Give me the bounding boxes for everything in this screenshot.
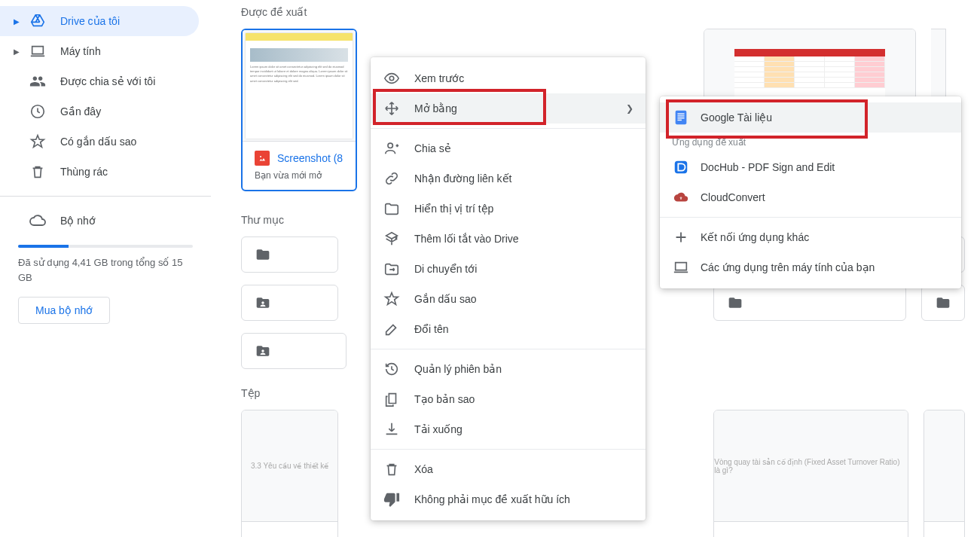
submenu-connect-more[interactable]: Kết nối ứng dụng khác xyxy=(660,222,961,252)
menu-share[interactable]: Chia sẻ xyxy=(371,133,646,163)
sidebar: ▶ Drive của tôi ▶ Máy tính Được chia sẻ … xyxy=(0,0,211,537)
menu-label: Mở bằng xyxy=(414,102,457,114)
nav-label: Drive của tôi xyxy=(60,15,120,27)
section-suggested-title: Được đề xuất xyxy=(241,6,965,18)
nav-label: Được chia sẻ với tôi xyxy=(60,75,155,87)
menu-download[interactable]: Tải xuống xyxy=(371,414,646,444)
menu-label: Nhận đường liên kết xyxy=(414,172,511,185)
folder-card[interactable] xyxy=(241,236,338,273)
submenu-label: DocHub - PDF Sign and Edit xyxy=(701,161,835,173)
people-icon xyxy=(29,72,47,90)
menu-label: Tải xuống xyxy=(414,423,463,435)
chevron-right-icon: ▶ xyxy=(9,17,24,26)
menu-rename[interactable]: Đổi tên xyxy=(371,314,646,344)
nav-label: Bộ nhớ xyxy=(60,215,96,227)
submenu-google-docs[interactable]: Google Tài liệu xyxy=(660,102,961,133)
menu-label: Chia sẻ xyxy=(414,142,451,154)
menu-label: Tạo bản sao xyxy=(414,393,475,405)
chevron-right-icon: ▶ xyxy=(9,47,24,56)
nav-starred[interactable]: Có gắn dấu sao xyxy=(0,127,199,157)
menu-label: Thêm lối tắt vào Drive xyxy=(414,233,519,245)
submenu-label: Các ứng dụng trên máy tính của bạn xyxy=(701,261,875,273)
folder-icon xyxy=(934,295,952,310)
menu-label: Quản lý phiên bản xyxy=(414,363,502,375)
star-icon xyxy=(383,290,401,308)
buy-storage-button[interactable]: Mua bộ nhớ xyxy=(18,297,110,324)
folder-card[interactable] xyxy=(921,285,965,321)
file-thumbnail xyxy=(924,410,964,522)
nav-computers[interactable]: ▶ Máy tính xyxy=(0,36,199,66)
menu-get-link[interactable]: Nhận đường liên kết xyxy=(371,163,646,194)
eye-icon xyxy=(383,69,401,87)
menu-label: Xóa xyxy=(414,463,433,475)
menu-star[interactable]: Gắn dấu sao xyxy=(371,284,646,314)
nav-storage[interactable]: Bộ nhớ xyxy=(0,206,199,236)
file-card[interactable] xyxy=(924,410,965,537)
menu-show-location[interactable]: Hiển thị vị trí tệp xyxy=(371,194,646,224)
menu-label: Di chuyển tới xyxy=(414,263,477,275)
context-menu: Xem trước Mở bằng ❯ Chia sẻ Nhận đường l… xyxy=(371,57,646,520)
nav-shared[interactable]: Được chia sẻ với tôi xyxy=(0,66,199,96)
submenu-label: Kết nối ứng dụng khác xyxy=(701,231,809,243)
folder-card[interactable] xyxy=(713,285,906,321)
nav-label: Thùng rác xyxy=(60,166,108,178)
svg-rect-8 xyxy=(677,120,682,121)
open-with-submenu: Google Tài liệu Ứng dụng đề xuất DocHub … xyxy=(660,96,961,288)
submenu-dochub[interactable]: DocHub - PDF Sign and Edit xyxy=(660,152,961,182)
svg-rect-7 xyxy=(677,117,684,118)
move-folder-icon xyxy=(383,260,401,278)
trash-icon xyxy=(29,163,47,181)
move-icon xyxy=(383,99,401,117)
trash-icon xyxy=(383,460,401,478)
folder-card[interactable] xyxy=(241,333,347,369)
svg-point-1 xyxy=(260,156,261,157)
menu-remove[interactable]: Xóa xyxy=(371,454,646,484)
menu-preview[interactable]: Xem trước xyxy=(371,63,646,93)
clock-icon xyxy=(29,102,47,121)
folder-icon xyxy=(254,247,272,262)
menu-not-helpful[interactable]: Không phải mục đề xuất hữu ích xyxy=(371,484,646,514)
menu-open-with[interactable]: Mở bằng ❯ xyxy=(371,93,646,124)
storage-text: Đã sử dụng 4,41 GB trong tổng số 15 GB xyxy=(18,255,193,285)
file-card[interactable]: Vòng quay tài sản cố định (Fixed Asset T… xyxy=(713,410,908,537)
file-card[interactable]: 3.3 Yêu cầu về thiết kế xyxy=(241,410,338,537)
file-name: Screenshot (8 xyxy=(255,151,343,166)
folder-icon xyxy=(383,200,401,218)
file-thumbnail: Lorem ipsum dolor sit amet consectetur a… xyxy=(243,30,356,142)
menu-make-copy[interactable]: Tạo bản sao xyxy=(371,384,646,414)
submenu-cloudconvert[interactable]: CloudConvert xyxy=(660,182,961,212)
storage-section: Đã sử dụng 4,41 GB trong tổng số 15 GB M… xyxy=(0,245,211,324)
nav-recent[interactable]: Gần đây xyxy=(0,96,199,127)
docs-icon xyxy=(672,108,690,127)
pencil-icon xyxy=(383,320,401,338)
dochub-icon xyxy=(672,158,690,176)
cloud-icon xyxy=(29,212,47,230)
menu-label: Hiển thị vị trí tệp xyxy=(414,203,493,215)
nav-my-drive[interactable]: ▶ Drive của tôi xyxy=(0,6,199,36)
submenu-label: CloudConvert xyxy=(701,191,765,203)
nav-label: Máy tính xyxy=(60,45,101,57)
image-icon xyxy=(255,151,270,166)
menu-label: Không phải mục đề xuất hữu ích xyxy=(414,493,570,505)
history-icon xyxy=(383,360,401,378)
storage-bar xyxy=(18,245,193,248)
shared-folder-icon xyxy=(254,295,272,310)
menu-versions[interactable]: Quản lý phiên bản xyxy=(371,354,646,384)
link-icon xyxy=(383,169,401,188)
file-name-text: Screenshot (8 xyxy=(277,152,343,164)
folder-card[interactable] xyxy=(241,285,338,321)
submenu-desktop-apps[interactable]: Các ứng dụng trên máy tính của bạn xyxy=(660,252,961,282)
shared-folder-icon xyxy=(254,343,272,359)
svg-point-2 xyxy=(389,76,394,81)
menu-label: Xem trước xyxy=(414,72,464,84)
shortcut-icon xyxy=(383,230,401,248)
menu-add-shortcut[interactable]: Thêm lối tắt vào Drive xyxy=(371,224,646,254)
thumbs-down-icon xyxy=(383,490,401,508)
laptop-icon xyxy=(672,258,690,276)
suggested-card[interactable]: Lorem ipsum dolor sit amet consectetur a… xyxy=(241,29,357,191)
laptop-icon xyxy=(29,42,47,60)
download-icon xyxy=(383,420,401,438)
nav-trash[interactable]: Thùng rác xyxy=(0,157,199,187)
folder-icon xyxy=(726,295,744,310)
menu-move-to[interactable]: Di chuyển tới xyxy=(371,254,646,284)
